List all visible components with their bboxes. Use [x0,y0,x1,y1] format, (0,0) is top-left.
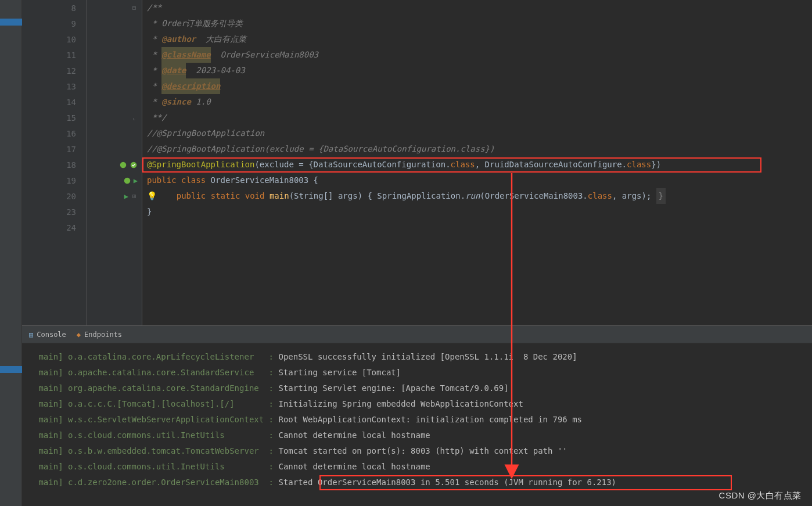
code-text: * [147,47,161,63]
code-editor[interactable]: 8 9 10 11 12 13 14 15 16 17 18 19 20 23 … [22,0,812,325]
line-number-gutter[interactable]: 8 9 10 11 12 13 14 15 16 17 18 19 20 23 … [22,0,87,325]
code-text: * [147,94,161,110]
javadoc-tag: @description [161,78,220,94]
code-text: * [147,63,161,78]
code-text: //@SpringBootApplication [147,125,264,141]
console-line: main] o.s.cloud.commons.util.InetUtils :… [22,459,812,475]
fold-end-icon: ⌞ [131,114,138,121]
line-number[interactable]: 14 [22,94,87,110]
line-number[interactable]: 18 [22,157,87,173]
console-icon: ▤ [29,331,33,339]
run-gutter-icon[interactable]: ▶ [134,177,138,185]
line-number[interactable]: 19 [22,173,87,188]
line-number[interactable]: 11 [22,47,87,63]
line-number[interactable]: 15 [22,110,87,125]
javadoc-tag: @className [161,47,210,63]
folded-block[interactable]: } [656,188,666,204]
scrollbar-marker [0,366,22,373]
bottom-panel: ▤ Console ◆ Endpoints main] o.a.catalina… [22,325,812,506]
code-text: * Order订单服务引导类 [147,16,243,31]
code-text: /** [147,0,161,16]
code-text: * [147,31,161,47]
console-line: main] org.apache.catalina.core.StandardE… [22,381,812,396]
code-text: * [147,78,161,94]
line-number[interactable]: 10 [22,31,87,47]
code-area[interactable]: /** * Order订单服务引导类 * @author 大白有点菜 * @cl… [142,0,812,325]
line-number[interactable]: 9 [22,16,87,31]
console-line: main] w.s.c.ServletWebServerApplicationC… [22,412,812,428]
annotation: @SpringBootApplication [147,157,254,173]
gutter-icons[interactable]: ⊟ ⌞ ▶ ▶ ⊞ [87,0,142,325]
run-gutter-icon[interactable]: ▶ [124,192,128,200]
intention-bulb-icon[interactable]: 💡 [147,188,157,204]
line-number[interactable]: 13 [22,78,87,94]
fold-toggle-icon[interactable]: ⊞ [131,192,138,200]
fold-toggle-icon[interactable]: ⊟ [131,4,138,12]
console-line: main] o.apache.catalina.core.StandardSer… [22,365,812,381]
line-number[interactable]: 8 [22,0,87,16]
line-number[interactable]: 24 [22,220,87,235]
panel-tab-bar: ▤ Console ◆ Endpoints [22,326,812,343]
code-text: } [147,204,152,220]
line-number[interactable]: 23 [22,204,87,220]
line-number[interactable]: 20 [22,188,87,204]
spring-bean-icon[interactable] [119,161,127,169]
highlighted-line: @SpringBootApplication(exclude = {DataSo… [142,157,812,173]
scrollbar-marker [0,19,22,26]
console-line: main] o.a.c.c.C.[Tomcat].[localhost].[/]… [22,396,812,412]
console-line: main] o.s.b.w.embedded.tomcat.TomcatWebS… [22,443,812,459]
line-number[interactable]: 12 [22,63,87,78]
line-number[interactable]: 16 [22,125,87,141]
console-line: main] o.s.cloud.commons.util.InetUtils :… [22,428,812,443]
tool-window-bar[interactable] [0,0,22,506]
svg-point-0 [120,162,127,168]
spring-config-icon[interactable] [130,161,138,169]
line-number[interactable]: 17 [22,141,87,157]
tab-endpoints[interactable]: ◆ Endpoints [77,331,122,339]
endpoints-icon: ◆ [77,331,81,339]
spring-run-icon[interactable] [123,177,131,185]
console-line: main] o.a.catalina.core.AprLifecycleList… [22,349,812,365]
code-text: **/ [147,110,167,125]
watermark-text: CSDN @大白有点菜 [719,490,802,501]
javadoc-tag: @since [161,94,191,110]
javadoc-tag: @date [161,63,186,78]
tab-console[interactable]: ▤ Console [29,331,66,339]
console-output[interactable]: main] o.a.catalina.core.AprLifecycleList… [22,343,812,490]
svg-point-2 [124,177,131,184]
javadoc-tag: @author [161,31,196,47]
code-text: //@SpringBootApplication(exclude = {Data… [147,141,494,157]
console-line: main] c.d.zero2one.order.OrderServiceMai… [22,475,812,490]
